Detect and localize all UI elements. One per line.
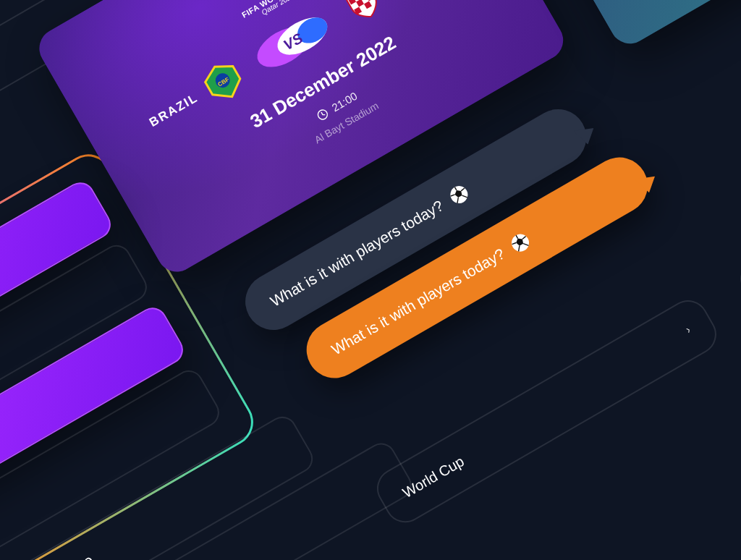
- team-a-name: BRAZIL: [147, 90, 200, 130]
- team-b: CROATIA: [335, 0, 456, 29]
- soccer-ball-icon: [446, 182, 473, 208]
- soccer-ball-icon: [507, 230, 533, 256]
- continue-button-1-label: Continue: [33, 551, 97, 560]
- team-a: BRAZIL CBF: [140, 54, 251, 142]
- filter-world-cup-label: World Cup: [399, 453, 467, 501]
- clock-icon: [315, 106, 331, 122]
- brazil-crest-icon: CBF: [196, 54, 251, 109]
- croatia-crest-icon: [335, 0, 390, 29]
- chevron-right-icon: ›: [683, 323, 693, 336]
- filter-quarter-final[interactable]: Quarter-Final: [733, 127, 741, 321]
- teams-row: BRAZIL CBF VS: [140, 0, 455, 141]
